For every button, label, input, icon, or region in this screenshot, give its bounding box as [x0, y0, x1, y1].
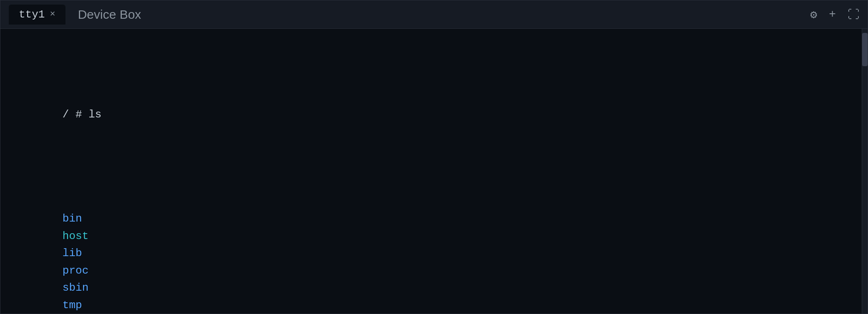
ls-item-tmp: tmp [63, 297, 138, 314]
titlebar-left: tty1 × Device Box [9, 5, 141, 25]
window-title: Device Box [78, 7, 141, 22]
titlebar: tty1 × Device Box ⚙ + ⛶ [0, 0, 868, 29]
terminal-line-1: / # ls [10, 89, 852, 141]
terminal-body: / # ls bin host lib proc sbin tmp dev in… [0, 29, 868, 314]
ls-item-proc: proc [63, 262, 138, 280]
tab-close-button[interactable]: × [50, 10, 55, 19]
ls-item-lib: lib [63, 245, 138, 262]
scrollbar[interactable] [862, 29, 868, 314]
expand-icon[interactable]: ⛶ [848, 7, 859, 22]
titlebar-right: ⚙ + ⛶ [810, 7, 859, 22]
ls-item-bin: bin [63, 210, 138, 228]
tab-label: tty1 [19, 8, 45, 21]
settings-icon[interactable]: ⚙ [810, 7, 817, 22]
prompt-1: / # ls [63, 108, 102, 121]
terminal-content[interactable]: / # ls bin host lib proc sbin tmp dev in… [0, 29, 862, 314]
terminal-window: tty1 × Device Box ⚙ + ⛶ / # ls bin host … [0, 0, 868, 314]
new-tab-icon[interactable]: + [829, 8, 836, 21]
terminal-line-2: bin host lib proc sbin tmp [10, 193, 852, 314]
scrollbar-thumb[interactable] [862, 33, 868, 66]
ls-item-host: host [63, 228, 146, 245]
ls-item-sbin: sbin [63, 279, 146, 297]
tab-tty1[interactable]: tty1 × [9, 5, 65, 25]
